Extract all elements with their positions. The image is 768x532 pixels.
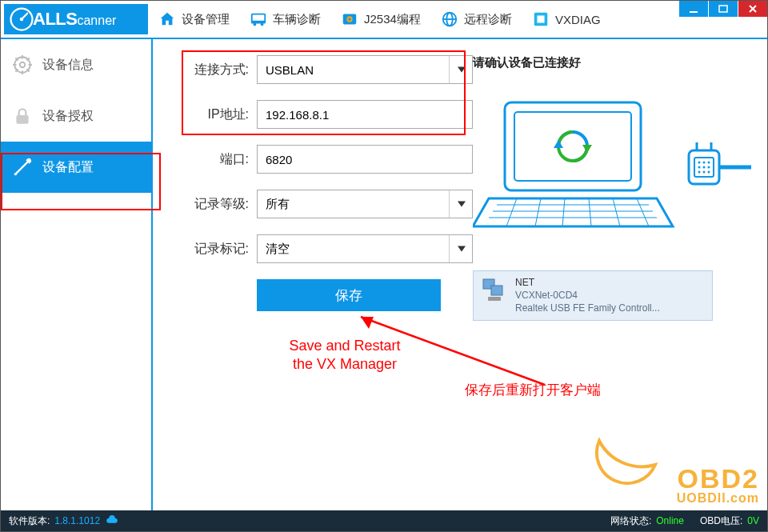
sidebar-item-label: 设备信息	[42, 57, 94, 74]
window-close-button[interactable]	[738, 1, 767, 17]
svg-point-52	[698, 166, 701, 169]
globe-icon	[440, 10, 459, 29]
lock-icon	[12, 106, 33, 126]
log-level-label: 记录等级:	[169, 196, 257, 213]
svg-rect-60	[488, 297, 501, 301]
tools-icon	[12, 157, 33, 178]
cloud-icon[interactable]	[105, 514, 119, 528]
svg-line-38	[562, 198, 565, 226]
svg-point-5	[254, 23, 257, 26]
svg-line-41	[637, 198, 649, 226]
sidebar-item-label: 设备配置	[42, 159, 94, 176]
svg-point-20	[20, 62, 26, 68]
net-status-value: Online	[656, 515, 684, 526]
svg-line-39	[589, 198, 591, 226]
svg-point-56	[703, 171, 706, 174]
sidebar: 设备信息 设备授权 设备配置	[1, 39, 153, 511]
confirm-connected-label: 请确认设备已连接好	[473, 55, 759, 70]
port-label: 端口:	[169, 151, 257, 168]
svg-point-2	[20, 18, 24, 22]
svg-point-6	[261, 23, 264, 26]
window-maximize-button[interactable]	[709, 1, 738, 17]
svg-point-49	[698, 162, 701, 164]
svg-marker-43	[582, 145, 592, 153]
svg-line-40	[613, 198, 620, 226]
svg-rect-59	[491, 286, 502, 295]
window-minimize-button[interactable]	[679, 1, 708, 17]
net-card-title: NET	[515, 276, 660, 289]
nav-label: VXDIAG	[555, 13, 601, 26]
connection-type-select[interactable]: USBLAN	[257, 55, 473, 84]
nav-label: J2534编程	[364, 12, 421, 27]
obd-voltage-label: OBD电压:	[700, 514, 742, 528]
nav-j2534[interactable]: J2534编程	[340, 10, 421, 29]
ip-address-label: IP地址:	[169, 106, 257, 123]
svg-point-9	[348, 18, 350, 20]
svg-point-50	[703, 162, 706, 164]
sidebar-item-device-info[interactable]: 设备信息	[1, 39, 151, 90]
version-value: 1.8.1.1012	[54, 515, 100, 526]
svg-point-57	[708, 171, 710, 174]
content-pane: 连接方式: USBLAN IP地址: 端口: 记录等级: 所有 记录标记:	[153, 39, 767, 511]
network-card[interactable]: NET VCXNet-0CD4 Realtek USB FE Family Co…	[473, 270, 713, 321]
svg-rect-31	[505, 102, 641, 190]
net-card-line1: VCXNet-0CD4	[515, 289, 660, 302]
ip-address-input[interactable]	[257, 100, 473, 129]
connection-type-value: USBLAN	[266, 63, 314, 77]
net-card-line2: Realtek USB FE Family Controll...	[515, 302, 660, 314]
svg-line-37	[535, 198, 541, 226]
connection-illustration	[473, 86, 753, 254]
log-level-value: 所有	[266, 197, 290, 212]
brand-gauge-icon	[7, 5, 36, 34]
svg-line-36	[506, 198, 517, 226]
home-icon	[158, 10, 177, 29]
version-label: 软件版本:	[9, 514, 50, 528]
nav-vxdiag[interactable]: VXDIAG	[531, 10, 601, 29]
config-form: 连接方式: USBLAN IP地址: 端口: 记录等级: 所有 记录标记:	[169, 55, 473, 311]
nav-vehicle-diagnosis[interactable]: 车辆诊断	[249, 10, 321, 29]
svg-rect-32	[514, 112, 631, 181]
svg-point-53	[703, 166, 706, 169]
module-icon	[531, 10, 550, 29]
car-icon	[249, 10, 268, 29]
brand-text-bold: ALLS	[33, 9, 77, 30]
title-bar: ALLScanner 设备管理 车辆诊断 J2534编程 远程诊断	[1, 1, 767, 38]
log-level-select[interactable]: 所有	[257, 190, 473, 218]
net-status-label: 网络状态:	[610, 514, 651, 528]
svg-point-30	[14, 173, 17, 175]
svg-rect-14	[537, 15, 544, 22]
nav-label: 设备管理	[182, 12, 230, 27]
right-panel: 请确认设备已连接好	[473, 55, 759, 321]
nav-label: 远程诊断	[464, 12, 512, 27]
log-mark-value: 清空	[266, 242, 290, 257]
brand-text-rest: canner	[77, 14, 116, 28]
svg-marker-42	[554, 140, 563, 148]
status-bar: 软件版本: 1.8.1.1012 网络状态: Online OBD电压: 0V	[1, 510, 767, 531]
svg-rect-4	[253, 15, 265, 21]
svg-point-55	[698, 171, 701, 174]
log-mark-label: 记录标记:	[169, 241, 257, 258]
port-input[interactable]	[257, 145, 473, 174]
window-controls	[679, 1, 767, 17]
nav-remote-diagnosis[interactable]: 远程诊断	[440, 10, 512, 29]
svg-rect-16	[719, 6, 727, 12]
body-area: 设备信息 设备授权 设备配置 连接方式: USBLAN IP地址:	[1, 39, 767, 511]
sidebar-item-label: 设备授权	[42, 108, 94, 125]
svg-point-54	[708, 166, 710, 169]
log-mark-select[interactable]: 清空	[257, 234, 473, 263]
gear-icon	[12, 54, 33, 75]
brand-logo: ALLScanner	[4, 4, 148, 34]
svg-point-51	[708, 162, 710, 164]
connection-type-label: 连接方式:	[169, 62, 257, 78]
nav-top: 设备管理 车辆诊断 J2534编程 远程诊断 VXDIAG	[158, 10, 601, 29]
obd-voltage-value: 0V	[747, 515, 759, 526]
nav-device-management[interactable]: 设备管理	[158, 10, 230, 29]
j2534-icon	[340, 10, 359, 29]
svg-rect-29	[16, 115, 28, 124]
save-button-label: 保存	[335, 286, 362, 305]
save-button[interactable]: 保存	[257, 279, 441, 311]
network-adapter-icon	[480, 276, 509, 305]
sidebar-item-device-config[interactable]: 设备配置	[1, 142, 151, 193]
nav-label: 车辆诊断	[273, 12, 321, 27]
sidebar-item-device-license[interactable]: 设备授权	[1, 90, 151, 142]
